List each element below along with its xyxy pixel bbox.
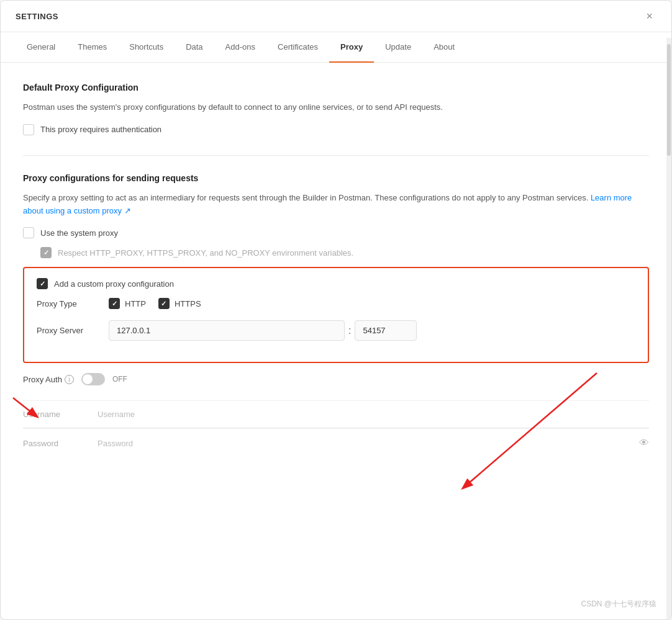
proxy-server-input[interactable]	[109, 320, 345, 341]
sending-proxy-desc: Specify a proxy setting to act as an int…	[23, 192, 649, 218]
port-colon: :	[348, 325, 351, 336]
proxy-type-row: Proxy Type HTTP HTTPS	[37, 298, 635, 309]
https-label: HTTPS	[175, 299, 201, 308]
system-proxy-label: Use the system proxy	[40, 228, 118, 238]
tab-addons[interactable]: Add-ons	[214, 32, 266, 63]
https-checkbox[interactable]	[158, 298, 170, 309]
auth-checkbox-label: This proxy requires authentication	[40, 125, 161, 134]
tab-shortcuts[interactable]: Shortcuts	[118, 32, 175, 63]
close-button[interactable]: ×	[642, 9, 656, 23]
auth-checkbox[interactable]	[23, 124, 34, 135]
tab-update[interactable]: Update	[374, 32, 422, 63]
default-proxy-section: Default Proxy Configuration Postman uses…	[23, 83, 649, 135]
respect-env-checkbox[interactable]	[40, 247, 52, 258]
respect-env-row: Respect HTTP_PROXY, HTTPS_PROXY, and NO_…	[40, 247, 649, 258]
server-input-group: :	[109, 320, 635, 341]
password-row: Password 👁	[23, 428, 649, 457]
proxy-type-label: Proxy Type	[37, 299, 99, 308]
http-checkbox[interactable]	[109, 298, 120, 309]
tab-proxy[interactable]: Proxy	[329, 32, 374, 63]
sending-proxy-desc-text: Specify a proxy setting to act as an int…	[23, 193, 588, 202]
sending-proxy-section: Proxy configurations for sending request…	[23, 173, 649, 458]
proxy-auth-row: Proxy Auth i OFF	[23, 373, 649, 385]
tab-themes[interactable]: Themes	[66, 32, 118, 63]
username-row: Username	[23, 400, 649, 428]
password-label: Password	[23, 439, 98, 448]
nav-tabs: General Themes Shortcuts Data Add-ons Ce…	[1, 32, 671, 63]
proxy-fields: Proxy Type HTTP HTTPS	[37, 298, 635, 341]
title-bar: SETTINGS ×	[1, 1, 671, 32]
sending-proxy-title: Proxy configurations for sending request…	[23, 173, 649, 183]
scrollbar[interactable]	[666, 38, 671, 619]
custom-proxy-row: Add a custom proxy configuration	[37, 278, 635, 289]
username-input[interactable]	[98, 410, 649, 419]
eye-icon[interactable]: 👁	[639, 438, 649, 449]
proxy-server-row: Proxy Server :	[37, 320, 635, 341]
tab-data[interactable]: Data	[175, 32, 214, 63]
respect-env-label: Respect HTTP_PROXY, HTTPS_PROXY, and NO_…	[58, 248, 353, 258]
scrollbar-thumb[interactable]	[667, 44, 671, 156]
tab-general[interactable]: General	[16, 32, 66, 63]
section-divider	[23, 155, 649, 156]
proxy-auth-toggle[interactable]	[81, 373, 105, 385]
proxy-type-checks: HTTP HTTPS	[109, 298, 201, 309]
settings-window: SETTINGS × General Themes Shortcuts Data…	[0, 0, 672, 620]
password-input[interactable]	[98, 439, 639, 448]
default-proxy-desc: Postman uses the system's proxy configur…	[23, 101, 649, 114]
proxy-auth-text: Proxy Auth	[23, 375, 62, 384]
proxy-server-label: Proxy Server	[37, 326, 99, 335]
auth-checkbox-row: This proxy requires authentication	[23, 124, 649, 135]
system-proxy-checkbox[interactable]	[23, 227, 34, 238]
window-title: SETTINGS	[16, 12, 58, 21]
watermark: CSDN @十七号程序猿	[581, 599, 656, 609]
info-icon[interactable]: i	[65, 375, 74, 384]
proxy-port-input[interactable]	[355, 320, 417, 341]
custom-proxy-box: Add a custom proxy configuration Proxy T…	[23, 267, 649, 363]
https-type-item: HTTPS	[158, 298, 201, 309]
custom-proxy-checkbox[interactable]	[37, 278, 48, 289]
default-proxy-title: Default Proxy Configuration	[23, 83, 649, 92]
username-label: Username	[23, 410, 98, 419]
main-content: Default Proxy Configuration Postman uses…	[1, 63, 671, 619]
http-label: HTTP	[125, 299, 146, 308]
tab-certificates[interactable]: Certificates	[266, 32, 329, 63]
custom-proxy-label: Add a custom proxy configuration	[54, 279, 174, 289]
system-proxy-row: Use the system proxy	[23, 227, 649, 238]
http-type-item: HTTP	[109, 298, 146, 309]
tab-about[interactable]: About	[422, 32, 466, 63]
proxy-auth-label: Proxy Auth i	[23, 375, 74, 384]
toggle-off-label: OFF	[112, 375, 127, 384]
